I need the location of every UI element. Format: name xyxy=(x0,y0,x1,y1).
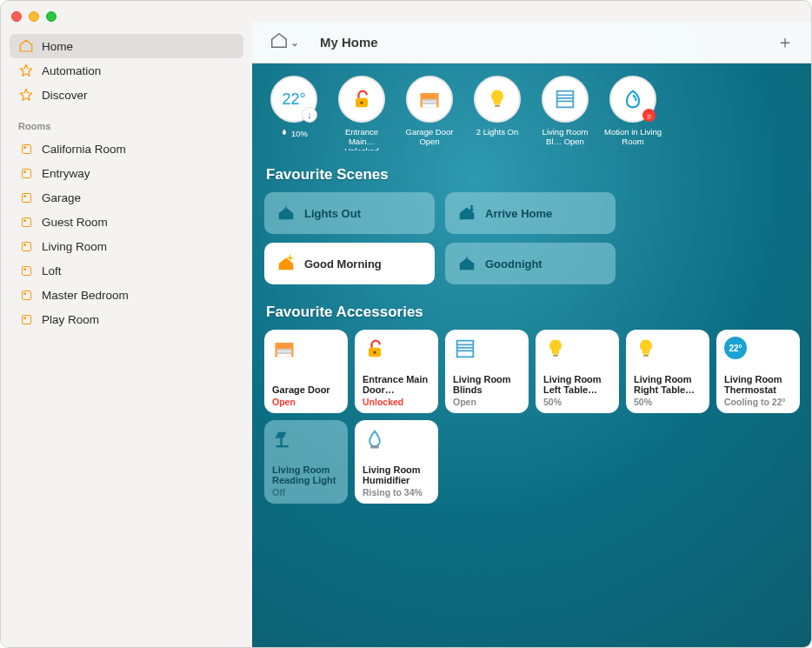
room-item[interactable]: Loft xyxy=(10,258,243,283)
status-circle xyxy=(406,76,453,123)
room-label: Loft xyxy=(42,264,62,277)
tile-text: Entrance Main Door…Unlocked xyxy=(363,374,430,407)
accessory-tile[interactable]: Entrance Main Door…Unlocked xyxy=(355,330,438,413)
window-zoom-button[interactable] xyxy=(46,11,57,22)
room-item[interactable]: California Room xyxy=(10,137,243,161)
drop-icon xyxy=(280,128,289,138)
scene-label: Arrive Home xyxy=(485,207,552,220)
room-label: Garage xyxy=(42,191,81,204)
lock-open-icon xyxy=(363,337,387,361)
sun-house-icon xyxy=(276,254,296,273)
status-chip[interactable]: Living Room Bl… Open xyxy=(536,76,595,150)
page-title: My Home xyxy=(320,35,378,50)
room-label: Master Bedroom xyxy=(42,289,129,302)
accessory-name: Living Room Left Table… xyxy=(543,374,611,396)
scene-label: Goodnight xyxy=(485,257,542,271)
accessory-name: Living Room Blinds xyxy=(453,374,521,396)
accessory-name: Garage Door xyxy=(272,384,340,396)
sidebar-item-automation[interactable]: Automation xyxy=(10,58,243,83)
sidebar-item-label: Home xyxy=(42,40,73,53)
app-window: HomeAutomationDiscover Rooms California … xyxy=(0,0,812,648)
status-chip[interactable]: Entrance Main… Unlocked xyxy=(332,76,391,150)
room-label: California Room xyxy=(42,143,126,156)
scene-tile[interactable]: Arrive Home xyxy=(445,192,616,234)
room-icon xyxy=(18,190,34,205)
status-chip[interactable]: Garage Door Open xyxy=(400,76,459,150)
status-row: 22°↓10%Entrance Main… UnlockedGarage Doo… xyxy=(264,76,801,150)
add-button[interactable]: ＋ xyxy=(771,30,799,54)
scene-label: Good Morning xyxy=(304,257,382,271)
accessory-tile[interactable]: Living Room Reading LightOff xyxy=(264,420,348,504)
accessory-tile[interactable]: 22°Living Room ThermostatCooling to 22° xyxy=(716,330,800,413)
bulb-icon xyxy=(543,337,568,361)
window-close-button[interactable] xyxy=(11,11,22,22)
climate-chip[interactable]: 22°↓10% xyxy=(264,76,323,150)
status-label: Entrance Main… Unlocked xyxy=(332,128,391,150)
room-item[interactable]: Garage xyxy=(10,185,243,210)
status-chip[interactable]: Motion in Living Room xyxy=(603,76,662,150)
titlebar xyxy=(1,1,811,22)
accessory-state: Rising to 34% xyxy=(363,487,430,498)
arrow-down-icon: ↓ xyxy=(302,107,317,123)
room-item[interactable]: Guest Room xyxy=(10,210,243,234)
room-item[interactable]: Play Room xyxy=(10,307,243,331)
accessory-tile[interactable]: Living Room Right Table…50% xyxy=(626,330,709,413)
home-switcher[interactable]: ⌄ xyxy=(264,30,304,55)
accessory-name: Living Room Humidifier xyxy=(363,464,430,486)
garage-icon xyxy=(272,337,296,361)
status-circle xyxy=(338,76,385,123)
room-icon xyxy=(18,311,34,327)
person-house-icon xyxy=(457,204,476,223)
blinds-icon xyxy=(453,337,477,361)
main-scroll[interactable]: 22°↓10%Entrance Main… UnlockedGarage Doo… xyxy=(252,63,811,647)
scene-tile[interactable]: Good Morning xyxy=(264,243,435,284)
room-item[interactable]: Master Bedroom xyxy=(10,283,243,307)
moon-house-icon xyxy=(457,254,476,273)
accessory-state: 50% xyxy=(634,397,702,407)
room-item[interactable]: Living Room xyxy=(10,234,243,258)
sidebar-item-home[interactable]: Home xyxy=(10,34,243,58)
room-label: Play Room xyxy=(42,313,99,326)
scene-label: Lights Out xyxy=(304,207,361,220)
accessory-tile[interactable]: Living Room HumidifierRising to 34% xyxy=(355,420,438,504)
room-label: Guest Room xyxy=(42,216,108,229)
accessory-state: Open xyxy=(272,397,340,407)
tile-text: Living Room Reading LightOff xyxy=(272,464,340,498)
room-icon xyxy=(18,263,34,278)
climate-circle: 22°↓ xyxy=(270,76,317,123)
scene-tile[interactable]: Goodnight xyxy=(445,243,616,284)
accessory-tile[interactable]: Garage DoorOpen xyxy=(264,330,348,413)
status-chip[interactable]: 2 Lights On xyxy=(468,76,527,150)
tile-text: Living Room Left Table…50% xyxy=(543,374,611,407)
scene-tile[interactable]: Lights Out xyxy=(264,192,435,234)
room-icon xyxy=(18,287,34,303)
home-icon xyxy=(270,31,289,53)
accessory-name: Living Room Right Table… xyxy=(634,374,702,396)
accessory-state: Unlocked xyxy=(363,397,430,407)
status-circle xyxy=(609,76,656,123)
sidebar-item-discover[interactable]: Discover xyxy=(10,83,243,107)
room-label: Living Room xyxy=(42,240,107,253)
room-icon xyxy=(18,214,34,230)
accessory-name: Living Room Reading Light xyxy=(272,464,340,486)
accessory-tile[interactable]: Living Room Left Table…50% xyxy=(536,330,619,413)
main: ⌄ My Home ＋ 22°↓10%Entrance Main… Unlock… xyxy=(252,22,811,647)
accessory-state: 50% xyxy=(543,397,611,407)
moon-house-icon xyxy=(276,204,296,223)
tile-text: Living Room HumidifierRising to 34% xyxy=(363,464,430,498)
tile-text: Living Room ThermostatCooling to 22° xyxy=(724,374,792,407)
accessory-tile[interactable]: Living Room BlindsOpen xyxy=(445,330,529,413)
home-icon xyxy=(18,38,34,54)
window-minimize-button[interactable] xyxy=(29,11,39,22)
accessory-state: Cooling to 22° xyxy=(724,397,792,407)
sidebar-item-label: Automation xyxy=(42,64,101,77)
discover-icon xyxy=(18,87,34,103)
room-label: Entryway xyxy=(42,167,90,180)
status-label: 2 Lights On xyxy=(476,128,519,137)
tile-text: Living Room BlindsOpen xyxy=(453,374,521,407)
scenes-section-title: Favourite Scenes xyxy=(266,166,799,184)
room-item[interactable]: Entryway xyxy=(10,161,243,185)
thermostat-icon: 22° xyxy=(724,337,747,359)
accessories-section-title: Favourite Accessories xyxy=(266,304,799,321)
room-icon xyxy=(18,238,34,254)
